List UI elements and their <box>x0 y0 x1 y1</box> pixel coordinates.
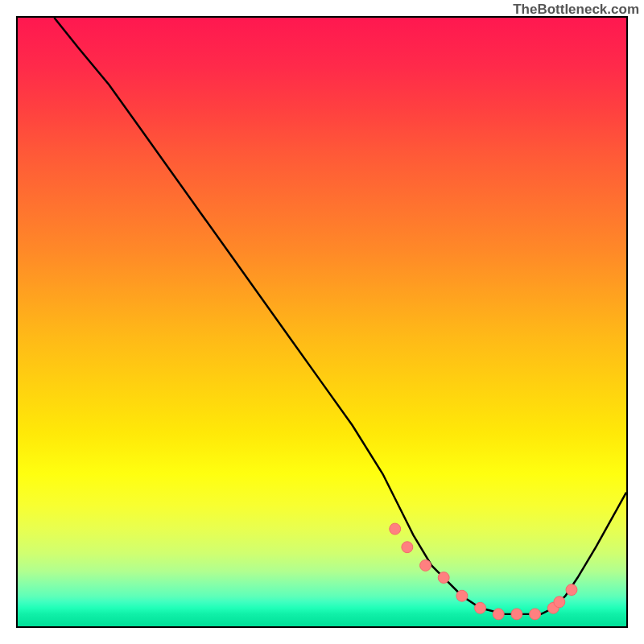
chart-container <box>16 16 628 628</box>
highlight-point <box>530 609 541 620</box>
highlight-point <box>554 597 565 608</box>
watermark-text: TheBottleneck.com <box>513 2 639 18</box>
highlight-point <box>402 542 413 553</box>
highlight-point <box>566 584 577 596</box>
bottleneck-curve <box>54 18 626 614</box>
highlight-point <box>390 523 401 535</box>
highlight-point <box>438 572 449 584</box>
highlight-point <box>420 559 431 571</box>
highlight-point <box>493 609 504 620</box>
highlight-point <box>475 602 486 613</box>
highlight-point <box>511 609 522 620</box>
highlight-point <box>456 590 468 601</box>
chart-svg <box>18 18 626 626</box>
highlight-points-group <box>390 523 577 620</box>
